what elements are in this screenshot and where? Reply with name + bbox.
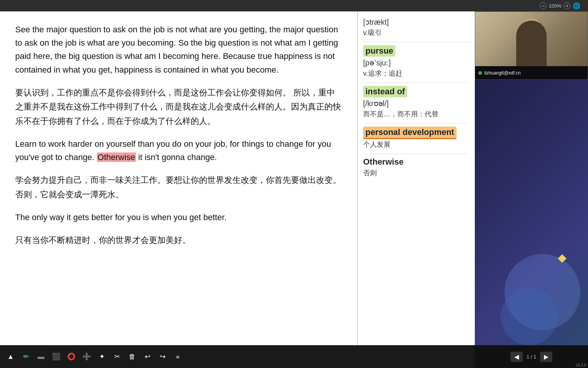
chinese4: 个人发展 xyxy=(363,140,469,149)
bg-decoration-diamond xyxy=(558,254,567,263)
word2-entry: pursue xyxy=(363,45,395,57)
toolbar-icon-pen[interactable]: ✏ xyxy=(20,351,32,363)
nav-prev-button[interactable]: ◀ xyxy=(511,352,523,362)
divider2 xyxy=(363,82,469,83)
toolbar-icons-group: ▲ ✏ ▬ ⬛ ⭕ ➕ ✦ ✂ 🗑 ↩ ↪ « xyxy=(5,351,184,363)
page-total: 1 xyxy=(533,354,536,360)
toolbar-icon-star[interactable]: ✦ xyxy=(96,351,108,363)
toolbar-icon-redo[interactable]: ↪ xyxy=(156,351,169,363)
divider1 xyxy=(363,42,469,42)
phonetic2: [pəˈsjuː] xyxy=(363,58,469,67)
toolbar-icon-cut[interactable]: ✂ xyxy=(111,351,123,363)
word5-entry: Otherwise xyxy=(363,157,403,167)
toolbar-icon-rect[interactable]: ⭕ xyxy=(65,351,77,363)
webcam-video xyxy=(475,12,588,66)
version-label: v3.3.0 xyxy=(576,363,586,367)
chinese5: 否则 xyxy=(363,168,469,178)
highlight-otherwise: Otherwise xyxy=(97,152,136,162)
webcam-status-dot xyxy=(478,71,482,75)
zoom-controls: − 100% + 🌐 xyxy=(540,2,580,10)
divider3 xyxy=(363,123,469,124)
toolbar-icon-circle[interactable]: ⬛ xyxy=(50,351,62,363)
toolbar-icon-delete[interactable]: 🗑 xyxy=(126,351,138,363)
word4-entry: personal development xyxy=(363,127,457,139)
main-content-area: See the major question to ask on the job… xyxy=(0,11,357,345)
toolbar-icon-triangle[interactable]: ▲ xyxy=(5,351,17,363)
toolbar-icon-plus[interactable]: ➕ xyxy=(81,351,93,363)
globe-icon[interactable]: 🌐 xyxy=(573,2,580,10)
person-body xyxy=(516,21,547,66)
page-current: 1 xyxy=(526,354,529,360)
zoom-in-button[interactable]: + xyxy=(564,2,571,9)
paragraph2-english: Learn to work harder on yourself than yo… xyxy=(15,137,342,164)
paragraph2-chinese: 学会努力提升自己，而非一味关注工作。要想让你的世界发生改变，你首先要做出改变。否… xyxy=(15,173,342,201)
toolbar-icon-menu[interactable]: « xyxy=(172,351,184,363)
topbar: − 100% + 🌐 xyxy=(0,0,588,11)
nav-next-button[interactable]: ▶ xyxy=(540,352,552,362)
zoom-out-button[interactable]: − xyxy=(540,2,547,9)
word3-entry: instead of xyxy=(363,86,407,97)
phonetic1: [ɔtrækt] xyxy=(363,17,469,27)
webcam-info-bar: lizhuang6@xdf.cn xyxy=(475,66,588,79)
toolbar-icon-square[interactable]: ▬ xyxy=(35,351,47,363)
divider4 xyxy=(363,154,469,154)
page-info: 1 / 1 xyxy=(526,354,536,360)
definition3: 而不是…，而不用：代替 xyxy=(363,109,469,119)
paragraph1-english: See the major question to ask on the job… xyxy=(15,23,342,76)
vocabulary-sidebar: [ɔtrækt] v.吸引 pursue [pəˈsjuː] v.追求；追赶 i… xyxy=(357,11,475,345)
bottom-toolbar: ▲ ✏ ▬ ⬛ ⭕ ➕ ✦ ✂ 🗑 ↩ ↪ « xyxy=(0,345,475,368)
definition2: v.追求；追赶 xyxy=(363,69,469,78)
webcam-overlay: lizhuang6@xdf.cn xyxy=(475,11,588,80)
phonetic3: [/krʊəl/] xyxy=(363,99,469,108)
bg-decoration-circle-1 xyxy=(504,254,580,330)
paragraph3-chinese: 只有当你不断精进时，你的世界才会更加美好。 xyxy=(15,233,342,247)
toolbar-icon-undo[interactable]: ↩ xyxy=(141,351,153,363)
webcam-username: lizhuang6@xdf.cn xyxy=(484,70,521,76)
bottom-right-nav: ◀ 1 / 1 ▶ v3.3.0 xyxy=(475,345,588,368)
paragraph2-text-after: it isn't gonna change. xyxy=(136,152,217,162)
definition1: v.吸引 xyxy=(363,28,469,37)
zoom-level: 100% xyxy=(549,3,561,9)
bg-decoration-circle-2 xyxy=(501,288,558,345)
paragraph1-chinese: 要认识到，工作的重点不是你会得到什么，而是这份工作会让你变得如何。 所以，重中之… xyxy=(15,86,342,128)
paragraph3-english: The only way it gets better for you is w… xyxy=(15,211,342,224)
